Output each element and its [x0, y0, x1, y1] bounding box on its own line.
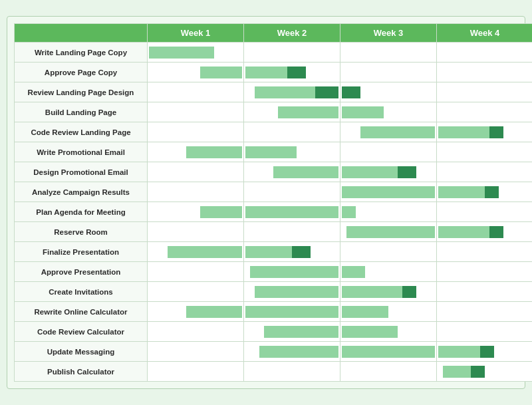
week-cell-10-0	[148, 242, 244, 262]
week-cell-15-2	[340, 342, 437, 362]
week-cell-16-3	[437, 362, 533, 382]
table-row: Code Review Landing Page	[15, 122, 533, 142]
week-cell-16-1	[244, 362, 340, 382]
week-cell-1-2	[340, 63, 437, 82]
table-row: Rewrite Online Calculator	[15, 302, 533, 322]
gantt-table: Week 1 Week 2 Week 3 Week 4 Write Landin…	[14, 23, 532, 382]
week-cell-8-2	[340, 202, 437, 222]
week-cell-5-1	[244, 142, 340, 162]
task-name: Reserve Room	[15, 222, 148, 242]
week-cell-5-3	[437, 142, 533, 162]
week-cell-14-3	[437, 322, 533, 342]
bar-segment-light	[360, 126, 435, 138]
week-cell-15-3	[437, 342, 533, 362]
bar-segment-light	[245, 246, 292, 258]
week2-header: Week 2	[244, 24, 340, 43]
task-name: Plan Agenda for Meeting	[15, 202, 148, 222]
table-row: Plan Agenda for Meeting	[15, 202, 533, 222]
task-name: Finalize Presentation	[15, 242, 148, 262]
bar-segment-light	[149, 47, 214, 59]
table-row: Approve Page Copy	[15, 63, 533, 82]
week-cell-10-1	[244, 242, 340, 262]
bar-segment-light	[342, 206, 356, 218]
bar-segment-light	[245, 306, 338, 318]
bar-segment-light	[278, 106, 338, 118]
table-row: Approve Presentation	[15, 262, 533, 282]
bar-segment-light	[255, 86, 315, 98]
task-name: Write Landing Page Copy	[15, 43, 148, 63]
bar-segment-light	[255, 286, 338, 298]
bar-segment-light	[342, 266, 365, 278]
week-cell-1-1	[244, 63, 340, 82]
week-cell-0-1	[244, 43, 340, 63]
bar-segment-dark	[485, 186, 499, 198]
task-name: Update Messaging	[15, 342, 148, 362]
week-cell-16-2	[340, 362, 437, 382]
task-name: Code Review Calculator	[15, 322, 148, 342]
week-cell-6-3	[437, 162, 533, 182]
week-cell-0-0	[148, 43, 244, 63]
week-cell-14-1	[244, 322, 340, 342]
week-cell-13-0	[148, 302, 244, 322]
task-name: Code Review Landing Page	[15, 122, 148, 142]
week-cell-12-3	[437, 282, 533, 302]
week-cell-13-1	[244, 302, 340, 322]
week-cell-7-1	[244, 182, 340, 202]
bar-segment-light	[245, 146, 297, 158]
week-cell-2-0	[148, 82, 244, 102]
week-cell-3-1	[244, 102, 340, 122]
table-row: Create Invitations	[15, 282, 533, 302]
table-row: Reserve Room	[15, 222, 533, 242]
task-name: Create Invitations	[15, 282, 148, 302]
bar-segment-light	[342, 286, 402, 298]
bar-segment-light	[438, 226, 489, 238]
gantt-chart: Week 1 Week 2 Week 3 Week 4 Write Landin…	[7, 16, 525, 389]
task-name: Approve Page Copy	[15, 63, 148, 82]
bar-segment-light	[186, 146, 242, 158]
task-name: Build Landing Page	[15, 102, 148, 122]
week-cell-0-3	[437, 43, 533, 63]
week1-header: Week 1	[148, 24, 244, 43]
week-cell-14-2	[340, 322, 437, 342]
week-cell-3-2	[340, 102, 437, 122]
bar-segment-light	[342, 186, 435, 198]
table-row: Update Messaging	[15, 342, 533, 362]
week-cell-11-3	[437, 262, 533, 282]
table-row: Build Landing Page	[15, 102, 533, 122]
week-cell-3-3	[437, 102, 533, 122]
week-cell-12-2	[340, 282, 437, 302]
week-cell-10-3	[437, 242, 533, 262]
bar-segment-light	[342, 166, 398, 178]
week-cell-0-2	[340, 43, 437, 63]
week-cell-11-0	[148, 262, 244, 282]
task-name: Write Promotional Email	[15, 142, 148, 162]
week-cell-12-0	[148, 282, 244, 302]
table-row: Write Landing Page Copy	[15, 43, 533, 63]
bar-segment-dark	[471, 366, 485, 378]
bar-segment-dark	[292, 246, 311, 258]
week-cell-6-0	[148, 162, 244, 182]
week-cell-6-1	[244, 162, 340, 182]
week-cell-1-0	[148, 63, 244, 82]
bar-segment-light	[200, 206, 242, 218]
week-cell-14-0	[148, 322, 244, 342]
week-cell-5-0	[148, 142, 244, 162]
week-cell-13-2	[340, 302, 437, 322]
bar-segment-light	[168, 246, 242, 258]
table-row: Finalize Presentation	[15, 242, 533, 262]
bar-segment-light	[250, 266, 338, 278]
bar-segment-light	[186, 306, 242, 318]
week-cell-10-2	[340, 242, 437, 262]
week-cell-4-2	[340, 122, 437, 142]
week-cell-7-2	[340, 182, 437, 202]
task-name: Design Promotional Email	[15, 162, 148, 182]
week-cell-7-0	[148, 182, 244, 202]
table-row: Publish Calculator	[15, 362, 533, 382]
bar-segment-light	[438, 186, 485, 198]
week-cell-13-3	[437, 302, 533, 322]
week-cell-15-0	[148, 342, 244, 362]
bar-segment-light	[342, 106, 384, 118]
bar-segment-dark	[342, 86, 360, 98]
table-row: Code Review Calculator	[15, 322, 533, 342]
week-cell-11-1	[244, 262, 340, 282]
